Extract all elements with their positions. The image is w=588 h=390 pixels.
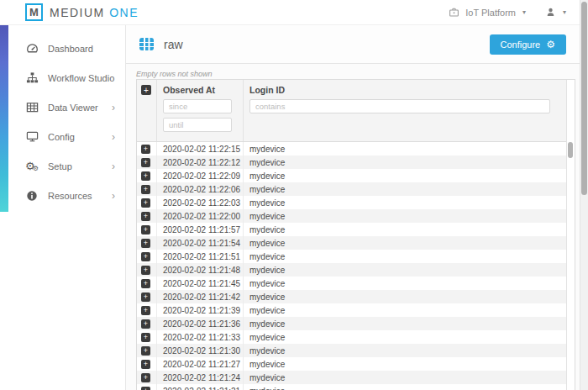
filter-contains-input[interactable] — [249, 99, 550, 113]
main-content: raw Configure ⚙ Empty rows not shown + O… — [126, 25, 580, 390]
row-expand-cell: + — [137, 371, 156, 384]
dashboard-icon — [25, 42, 39, 55]
row-expand-cell: + — [137, 290, 156, 303]
filter-until-input[interactable] — [163, 118, 232, 132]
table-row: + 2020-02-02 11:21:48 mydevice — [137, 263, 575, 277]
table-row: + 2020-02-02 11:21:24 mydevice — [137, 371, 575, 384]
row-observed-at: 2020-02-02 11:21:30 — [156, 344, 243, 357]
row-login-id: mydevice — [243, 263, 566, 277]
row-login-id: mydevice — [243, 169, 566, 182]
row-expand-button[interactable]: + — [141, 212, 150, 221]
row-login-id: mydevice — [243, 330, 566, 344]
brand-name-accent: ONE — [109, 6, 139, 19]
row-expand-button[interactable]: + — [141, 239, 150, 248]
table-body: + 2020-02-02 11:22:15 mydevice + 2020-02… — [137, 142, 575, 390]
filter-since-input[interactable] — [163, 99, 232, 113]
platform-menu-label[interactable]: IoT Platform — [465, 8, 516, 18]
monitor-icon — [25, 130, 39, 144]
row-login-id: mydevice — [243, 384, 566, 390]
sidebar-item-label: Workflow Studio — [48, 73, 114, 83]
row-login-id: mydevice — [243, 155, 566, 169]
sidebar-item-setup[interactable]: ⚙⚙ Setup › — [0, 151, 125, 181]
row-expand-button[interactable]: + — [141, 145, 150, 154]
row-expand-button[interactable]: + — [141, 158, 150, 167]
brand-name: MEDIUM ONE — [50, 6, 139, 19]
expand-all-cell: + — [137, 80, 156, 141]
row-expand-cell: + — [137, 182, 156, 196]
sidebar-item-label: Resources — [48, 191, 92, 201]
row-login-id: mydevice — [243, 317, 566, 330]
row-login-id: mydevice — [243, 223, 566, 236]
row-expand-cell: + — [137, 223, 156, 236]
user-icon — [544, 6, 558, 19]
row-expand-cell: + — [137, 209, 156, 223]
sidebar-gradient-strip — [0, 25, 8, 212]
row-login-id: mydevice — [243, 303, 566, 317]
row-login-id: mydevice — [243, 344, 566, 357]
sidebar-item-data-viewer[interactable]: Data Viewer › — [0, 92, 125, 122]
row-expand-button[interactable]: + — [141, 360, 150, 369]
row-observed-at: 2020-02-02 11:22:00 — [156, 209, 243, 223]
sidebar-item-dashboard[interactable]: Dashboard — [0, 34, 125, 63]
topbar: M MEDIUM ONE IoT Platform ▾ — [0, 0, 580, 25]
row-expand-button[interactable]: + — [141, 346, 150, 356]
user-menu[interactable]: ▾ — [544, 6, 568, 19]
configure-button[interactable]: Configure ⚙ — [490, 34, 566, 55]
page-scrollbar-thumb[interactable] — [581, 2, 587, 195]
table-scrollbar-thumb[interactable] — [568, 142, 573, 158]
gears-icon: ⚙⚙ — [25, 160, 39, 173]
row-expand-cell: + — [137, 344, 156, 357]
row-expand-button[interactable]: + — [141, 198, 150, 208]
app-window: M MEDIUM ONE IoT Platform ▾ — [0, 0, 588, 390]
row-login-id: mydevice — [243, 357, 566, 371]
row-expand-button[interactable]: + — [141, 225, 150, 235]
row-expand-button[interactable]: + — [141, 252, 150, 261]
table-scrollbar[interactable] — [566, 80, 575, 390]
row-observed-at: 2020-02-02 11:21:57 — [156, 223, 243, 236]
table-row: + 2020-02-02 11:21:45 mydevice — [137, 277, 575, 290]
row-expand-button[interactable]: + — [141, 171, 150, 181]
row-observed-at: 2020-02-02 11:22:09 — [156, 169, 243, 182]
table-row: + 2020-02-02 11:21:27 mydevice — [137, 357, 575, 371]
column-header-label: Observed At — [163, 85, 243, 95]
table-row: + 2020-02-02 11:21:21 mydevice — [137, 384, 575, 390]
row-login-id: mydevice — [243, 142, 566, 155]
sidebar-item-label: Config — [48, 132, 75, 142]
row-login-id: mydevice — [243, 196, 566, 209]
row-observed-at: 2020-02-02 11:21:21 — [156, 384, 243, 390]
row-login-id: mydevice — [243, 277, 566, 290]
row-expand-button[interactable]: + — [141, 292, 150, 302]
row-expand-button[interactable]: + — [141, 306, 150, 315]
row-observed-at: 2020-02-02 11:22:06 — [156, 182, 243, 196]
empty-rows-note: Empty rows not shown — [136, 70, 580, 78]
sidebar: Dashboard Workflow Studio — [0, 25, 126, 390]
workflow-icon — [25, 71, 39, 85]
chevron-down-icon[interactable]: ▾ — [522, 8, 526, 16]
row-expand-button[interactable]: + — [141, 319, 150, 329]
chevron-down-icon: ▾ — [563, 8, 566, 16]
row-expand-button[interactable]: + — [141, 266, 150, 275]
row-expand-button[interactable]: + — [141, 279, 150, 288]
row-login-id: mydevice — [243, 236, 566, 250]
configure-button-label: Configure — [501, 40, 541, 50]
page-scrollbar[interactable] — [580, 0, 588, 390]
sidebar-item-resources[interactable]: Resources › — [0, 181, 125, 210]
row-observed-at: 2020-02-02 11:21:24 — [156, 371, 243, 384]
table-row: + 2020-02-02 11:21:33 mydevice — [137, 330, 575, 344]
table-head: + Observed At Login ID — [137, 80, 575, 142]
sidebar-item-label: Dashboard — [48, 44, 93, 54]
row-observed-at: 2020-02-02 11:21:42 — [156, 290, 243, 303]
brand-logo[interactable]: M MEDIUM ONE — [25, 3, 139, 21]
expand-all-button[interactable]: + — [141, 85, 151, 95]
chevron-right-icon: › — [112, 161, 115, 171]
row-expand-button[interactable]: + — [141, 185, 150, 194]
info-icon — [25, 189, 39, 203]
row-expand-cell: + — [137, 330, 156, 344]
sidebar-item-workflow-studio[interactable]: Workflow Studio — [0, 63, 125, 92]
row-expand-button[interactable]: + — [141, 373, 150, 382]
sidebar-item-config[interactable]: Config › — [0, 122, 125, 151]
row-expand-button[interactable]: + — [141, 387, 150, 390]
row-expand-cell: + — [137, 384, 156, 390]
row-expand-button[interactable]: + — [141, 333, 150, 342]
row-expand-cell: + — [137, 303, 156, 317]
